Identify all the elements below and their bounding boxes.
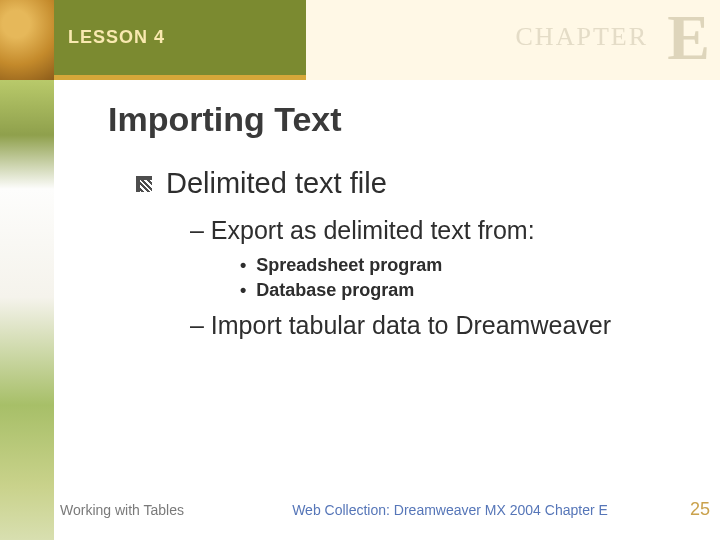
dot-bullet-icon: • — [240, 280, 246, 300]
slide-title: Importing Text — [108, 100, 698, 139]
chapter-letter: E — [667, 6, 710, 70]
dot-bullet-icon: • — [240, 255, 246, 275]
square-bullet-icon — [136, 176, 152, 192]
bullet-level2: – Import tabular data to Dreamweaver — [190, 311, 698, 340]
page-number: 25 — [650, 499, 710, 520]
lesson-banner: LESSON 4 — [54, 0, 306, 80]
bullet-level3-text: Spreadsheet program — [256, 255, 442, 275]
slide-content: Importing Text Delimited text file – Exp… — [108, 100, 698, 350]
decorative-left-strip — [0, 0, 54, 540]
bullet-level1: Delimited text file — [136, 167, 698, 200]
footer-left: Working with Tables — [60, 502, 250, 518]
bullet-level1-text: Delimited text file — [166, 167, 387, 200]
footer-center: Web Collection: Dreamweaver MX 2004 Chap… — [250, 502, 650, 518]
bullet-level2: – Export as delimited text from: — [190, 216, 698, 245]
bullet-level3-text: Database program — [256, 280, 414, 300]
slide-footer: Working with Tables Web Collection: Drea… — [60, 499, 710, 520]
chapter-label: CHAPTER — [516, 22, 648, 52]
bullet-level3: •Spreadsheet program — [240, 255, 698, 276]
bullet-level3: •Database program — [240, 280, 698, 301]
lesson-label: LESSON 4 — [68, 27, 165, 48]
